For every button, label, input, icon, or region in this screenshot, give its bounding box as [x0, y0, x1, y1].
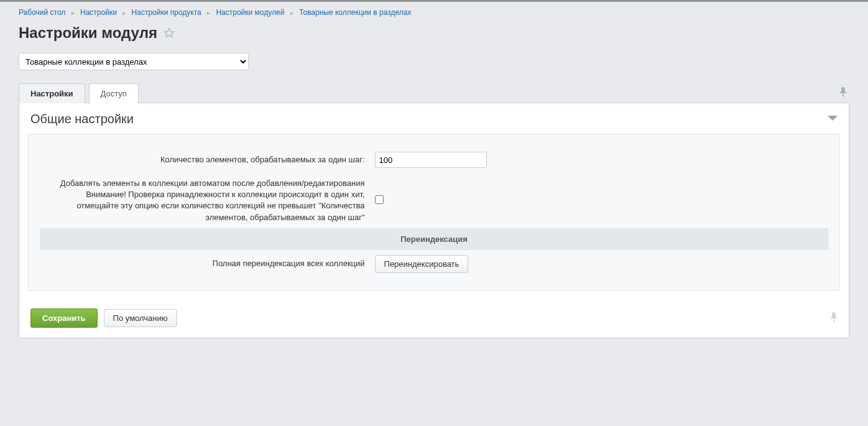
- breadcrumb-item-module-settings[interactable]: Настройки модулей: [216, 8, 284, 17]
- chevron-right-icon: ▸: [122, 9, 126, 16]
- tab-access[interactable]: Доступ: [89, 83, 139, 103]
- breadcrumb-item-collections[interactable]: Товарные коллекции в разделах: [299, 8, 411, 17]
- star-icon[interactable]: [164, 27, 175, 39]
- row-reindex-heading: Переиндексация: [40, 228, 828, 250]
- default-button[interactable]: По умолчанию: [104, 309, 177, 327]
- breadcrumb-item-product-settings[interactable]: Настройки продукта: [132, 8, 201, 17]
- auto-add-label: Добавлять элементы в коллекции автоматом…: [40, 173, 371, 228]
- pin-icon[interactable]: [830, 312, 838, 324]
- step-count-input[interactable]: [375, 152, 487, 168]
- chevron-right-icon: ▸: [290, 9, 293, 16]
- reindex-heading: Переиндексация: [40, 228, 828, 250]
- breadcrumb-item-desktop[interactable]: Рабочий стол: [19, 8, 65, 17]
- auto-add-checkbox[interactable]: [375, 195, 384, 204]
- reindex-label: Полная переиндексация всех коллекций: [40, 250, 371, 278]
- reindex-button[interactable]: Переиндексировать: [375, 255, 469, 273]
- page-title: Настройки модуля: [19, 24, 157, 42]
- row-auto-add: Добавлять элементы в коллекции автоматом…: [40, 173, 828, 228]
- svg-marker-1: [828, 116, 838, 121]
- breadcrumb: Рабочий стол ▸ Настройки ▸ Настройки про…: [19, 2, 849, 24]
- section-title: Общие настройки: [30, 112, 134, 126]
- chevron-right-icon: ▸: [72, 9, 75, 16]
- chevron-right-icon: ▸: [207, 9, 210, 16]
- pin-icon[interactable]: [837, 83, 849, 103]
- step-count-label: Количество элементов, обрабатываемых за …: [40, 147, 371, 173]
- save-button[interactable]: Сохранить: [30, 308, 98, 328]
- module-select[interactable]: Товарные коллекции в разделах: [19, 53, 249, 70]
- chevron-down-icon[interactable]: [828, 114, 838, 124]
- section-body: Количество элементов, обрабатываемых за …: [28, 134, 840, 291]
- row-reindex: Полная переиндексация всех коллекций Пер…: [40, 250, 828, 278]
- row-step-count: Количество элементов, обрабатываемых за …: [40, 147, 828, 173]
- tab-settings[interactable]: Настройки: [19, 83, 85, 103]
- settings-panel: Общие настройки Количество элементов, об…: [19, 103, 849, 338]
- breadcrumb-item-settings[interactable]: Настройки: [80, 8, 117, 17]
- svg-marker-0: [164, 29, 173, 37]
